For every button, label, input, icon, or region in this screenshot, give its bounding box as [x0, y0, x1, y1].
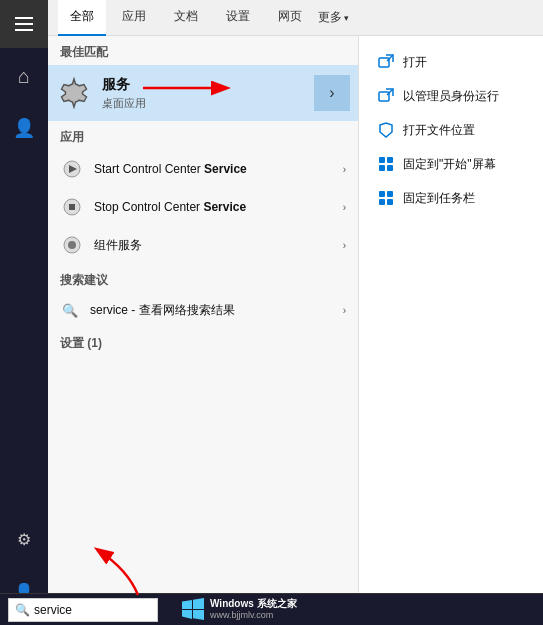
search-suggest-item[interactable]: 🔍 service - 查看网络搜索结果 ›	[48, 293, 358, 327]
app-label-1: Start Control Center Service	[94, 162, 343, 176]
service-icon	[56, 75, 92, 111]
tab-all[interactable]: 全部	[58, 0, 106, 36]
action-admin-run[interactable]: 以管理员身份运行	[373, 82, 529, 110]
svg-rect-9	[379, 58, 389, 67]
best-match-label: 最佳匹配	[48, 36, 358, 65]
app-icon-2	[60, 195, 84, 219]
app-item-start-control[interactable]: Start Control Center Service ›	[48, 150, 358, 188]
action-open-location-label: 打开文件位置	[403, 122, 475, 139]
svg-rect-18	[387, 191, 393, 197]
svg-rect-19	[379, 199, 385, 205]
sidebar-home-icon[interactable]: ⌂	[0, 52, 48, 100]
search-icon-sm: 🔍	[60, 300, 80, 320]
action-admin-run-label: 以管理员身份运行	[403, 88, 499, 105]
sidebar-settings-icon[interactable]: ⚙	[0, 515, 48, 563]
sidebar-menu-button[interactable]	[0, 0, 48, 48]
action-pin-taskbar-label: 固定到任务栏	[403, 190, 475, 207]
left-panel: 最佳匹配 服务 桌面应用	[48, 36, 358, 593]
action-pin-taskbar[interactable]: 固定到任务栏	[373, 184, 529, 212]
svg-rect-11	[379, 92, 389, 101]
action-open-location[interactable]: 打开文件位置	[373, 116, 529, 144]
results-area: 最佳匹配 服务 桌面应用	[48, 36, 543, 593]
app-label-2: Stop Control Center Service	[94, 200, 343, 214]
main-content: 全部 应用 文档 设置 网页 更多 ▾ 最佳匹配	[48, 0, 543, 593]
search-suggest-text: service - 查看网络搜索结果	[90, 302, 343, 319]
svg-rect-6	[69, 204, 75, 210]
open-location-icon	[377, 121, 395, 139]
svg-rect-14	[387, 157, 393, 163]
best-match-item[interactable]: 服务 桌面应用 ›	[48, 65, 358, 121]
win-url-text: www.bjjmlv.com	[210, 610, 297, 621]
pin-taskbar-icon	[377, 189, 395, 207]
tab-settings[interactable]: 设置	[214, 0, 262, 36]
settings-label: 设置 (1)	[48, 327, 358, 356]
search-icon: 🔍	[15, 603, 30, 617]
search-text: service	[34, 603, 72, 617]
svg-rect-17	[379, 191, 385, 197]
app-item-stop-control[interactable]: Stop Control Center Service ›	[48, 188, 358, 226]
app-item-component-services[interactable]: 组件服务 ›	[48, 226, 358, 264]
action-pin-start-label: 固定到"开始"屏幕	[403, 156, 496, 173]
win-logo-area: Windows 系统之家 www.bjjmlv.com	[182, 598, 297, 621]
taskbar: 🔍 service Windows 系统之家	[0, 593, 543, 625]
win-logo-text: Windows 系统之家	[210, 598, 297, 610]
apps-label: 应用	[48, 121, 358, 150]
tab-apps[interactable]: 应用	[110, 0, 158, 36]
admin-run-icon	[377, 87, 395, 105]
open-icon	[377, 53, 395, 71]
windows-logo	[182, 598, 204, 620]
app-icon-3	[60, 233, 84, 257]
best-match-subtitle: 桌面应用	[102, 96, 306, 111]
svg-rect-16	[387, 165, 393, 171]
svg-point-8	[68, 241, 76, 249]
suggestions-label: 搜索建议	[48, 264, 358, 293]
chevron-icon-2: ›	[343, 202, 346, 213]
chevron-icon-1: ›	[343, 164, 346, 175]
sidebar: ⌂ 👤 ⚙ 👤	[0, 0, 48, 593]
tab-bar: 全部 应用 文档 设置 网页 更多 ▾	[48, 0, 543, 36]
action-open[interactable]: 打开	[373, 48, 529, 76]
action-pin-start[interactable]: 固定到"开始"屏幕	[373, 150, 529, 178]
app-label-3: 组件服务	[94, 237, 343, 254]
sidebar-user-icon[interactable]: 👤	[0, 104, 48, 152]
right-panel: 打开 以管理员身份运行	[358, 36, 543, 593]
action-open-label: 打开	[403, 54, 427, 71]
svg-rect-15	[379, 165, 385, 171]
best-match-open-arrow[interactable]: ›	[314, 75, 350, 111]
sidebar-profile-icon[interactable]: 👤	[0, 567, 48, 593]
svg-rect-20	[387, 199, 393, 205]
search-bar[interactable]: 🔍 service	[8, 598, 158, 622]
tab-more[interactable]: 更多 ▾	[318, 9, 349, 26]
hamburger-icon	[15, 17, 33, 31]
chevron-down-icon: ▾	[344, 13, 349, 23]
chevron-icon-3: ›	[343, 240, 346, 251]
best-match-title: 服务	[102, 76, 306, 94]
tab-docs[interactable]: 文档	[162, 0, 210, 36]
tab-web[interactable]: 网页	[266, 0, 314, 36]
best-match-text: 服务 桌面应用	[102, 76, 306, 111]
pin-start-icon	[377, 155, 395, 173]
app-icon-1	[60, 157, 84, 181]
chevron-icon-4: ›	[343, 305, 346, 316]
svg-rect-13	[379, 157, 385, 163]
